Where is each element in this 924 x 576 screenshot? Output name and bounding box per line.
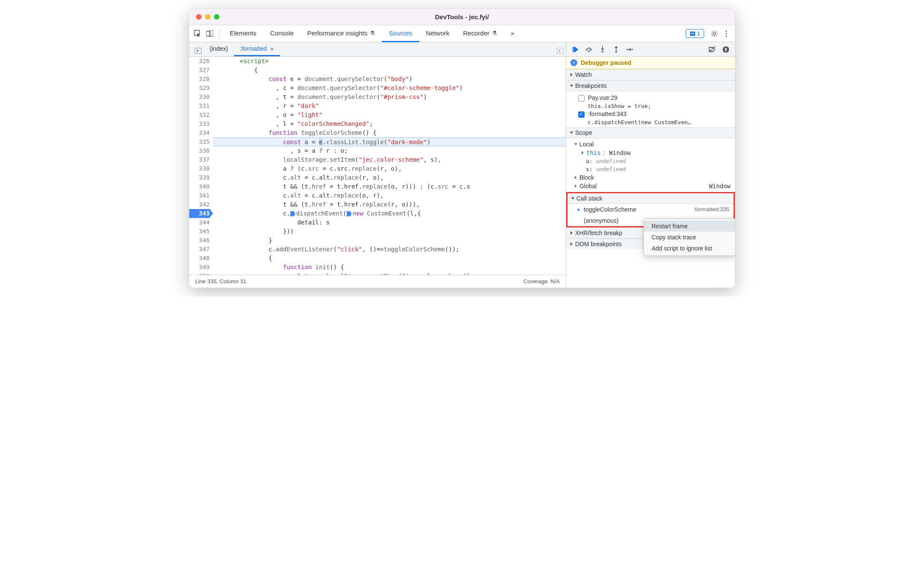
navigator-toggle-icon[interactable]: [193, 45, 204, 56]
tab-performance-insights[interactable]: Performance insights ⚗: [301, 25, 382, 42]
callstack-section-header[interactable]: Call stack: [567, 193, 734, 204]
menu-item-add-to-ignore[interactable]: Add script to ignore list: [644, 243, 735, 254]
svg-rect-5: [691, 34, 694, 34]
scope-block[interactable]: Block: [566, 173, 735, 182]
svg-rect-18: [726, 48, 727, 51]
main-area: (index) :formatted × 3263273283293303313…: [189, 42, 735, 288]
code-content[interactable]: <script> { const e = document.querySelec…: [213, 57, 566, 275]
more-options-icon[interactable]: [720, 28, 732, 40]
panel-tabs: Elements Console Performance insights ⚗ …: [223, 25, 521, 42]
close-window-button[interactable]: [196, 14, 202, 20]
devtools-window: DevTools - jec.fyi/ Elements Console Per…: [189, 9, 735, 288]
close-tab-icon[interactable]: ×: [270, 45, 274, 52]
debugger-paused-banner: i Debugger paused: [566, 57, 735, 69]
issues-badge[interactable]: 1: [686, 29, 704, 38]
editor-column: (index) :formatted × 3263273283293303313…: [189, 42, 566, 288]
svg-point-13: [602, 51, 603, 52]
breakpoints-section-header[interactable]: Breakpoints: [566, 80, 735, 91]
file-tab-index[interactable]: (index): [204, 42, 234, 56]
svg-point-8: [726, 33, 727, 34]
scope-this[interactable]: this: Window: [566, 148, 735, 157]
step-over-button[interactable]: [584, 45, 594, 54]
context-menu: Restart frame Copy stack trace Add scrip…: [643, 218, 735, 256]
watch-section-header[interactable]: Watch: [566, 69, 735, 80]
tab-elements[interactable]: Elements: [223, 25, 263, 42]
deactivate-breakpoints-button[interactable]: [708, 45, 717, 54]
svg-point-12: [588, 50, 590, 52]
menu-item-copy-stack-trace[interactable]: Copy stack trace: [644, 232, 735, 243]
svg-point-14: [615, 51, 617, 52]
breakpoint-item[interactable]: :formatted:343: [566, 109, 735, 119]
svg-rect-17: [725, 48, 726, 51]
panel-toolbar: Elements Console Performance insights ⚗ …: [189, 25, 735, 42]
code-editor[interactable]: 3263273283293303313323333343353363373383…: [189, 57, 566, 275]
resume-button[interactable]: [570, 45, 580, 54]
step-into-button[interactable]: [598, 45, 607, 54]
scope-global[interactable]: GlobalWindow: [566, 182, 735, 190]
svg-rect-2: [210, 30, 213, 36]
cursor-position: Line 335, Column 31: [195, 278, 246, 285]
traffic-lights: [196, 14, 219, 20]
inspect-element-icon[interactable]: [192, 28, 204, 40]
step-button[interactable]: [625, 45, 635, 54]
window-title: DevTools - jec.fyi/: [435, 13, 489, 20]
svg-point-7: [726, 30, 727, 32]
settings-icon[interactable]: [708, 28, 720, 40]
flask-icon: ⚗: [370, 30, 375, 36]
scope-section-header[interactable]: Scope: [566, 127, 735, 138]
breakpoint-item[interactable]: Pay.vue:29: [566, 93, 735, 103]
breakpoints-list: Pay.vue:29 this.isShow = true; :formatte…: [566, 91, 735, 127]
issues-icon: [690, 31, 696, 37]
menu-item-restart-frame[interactable]: Restart frame: [644, 221, 735, 232]
tab-console[interactable]: Console: [263, 25, 301, 42]
coverage-status: Coverage: N/A: [523, 278, 560, 285]
svg-point-15: [632, 49, 633, 50]
callstack-frame[interactable]: ➧ toggleColorScheme :formatted:335: [567, 204, 734, 215]
more-tabs-button[interactable]: »: [504, 25, 521, 42]
statusbar: Line 335, Column 31 Coverage: N/A: [189, 275, 566, 288]
titlebar: DevTools - jec.fyi/: [189, 9, 735, 25]
pause-on-exceptions-button[interactable]: [721, 45, 731, 54]
maximize-window-button[interactable]: [214, 14, 219, 20]
minimize-window-button[interactable]: [205, 14, 211, 20]
breakpoint-code: c.dispatchEvent(new CustomEven…: [566, 119, 735, 125]
device-toolbar-icon[interactable]: [204, 28, 216, 40]
svg-point-6: [713, 32, 716, 35]
svg-rect-1: [206, 31, 210, 36]
line-gutter[interactable]: 3263273283293303313323333343353363373383…: [189, 57, 213, 275]
scope-local[interactable]: Local: [566, 140, 735, 148]
file-tab-formatted[interactable]: :formatted ×: [234, 42, 280, 56]
svg-rect-4: [691, 33, 694, 33]
breakpoint-checkbox[interactable]: [578, 95, 585, 102]
tab-sources[interactable]: Sources: [382, 25, 419, 42]
info-icon: i: [570, 59, 577, 66]
flask-icon: ⚗: [492, 30, 497, 36]
scope-body: Local this: Window a: undefined s: undef…: [566, 138, 735, 192]
step-out-button[interactable]: [611, 45, 621, 54]
breakpoint-code: this.isShow = true;: [566, 103, 735, 109]
debugger-sidebar: i Debugger paused Watch Breakpoints Pay.…: [566, 42, 735, 288]
scope-variable[interactable]: s: undefined: [566, 165, 735, 173]
tab-network[interactable]: Network: [419, 25, 456, 42]
current-frame-arrow-icon: ➧: [576, 206, 581, 213]
debugger-toolbar: [566, 42, 735, 57]
scope-variable[interactable]: a: undefined: [566, 157, 735, 165]
file-tabs: (index) :formatted ×: [189, 42, 566, 57]
tab-recorder[interactable]: Recorder ⚗: [456, 25, 504, 42]
svg-point-9: [726, 35, 727, 37]
breakpoint-checkbox[interactable]: [578, 111, 585, 118]
run-snippet-icon[interactable]: [555, 45, 566, 56]
